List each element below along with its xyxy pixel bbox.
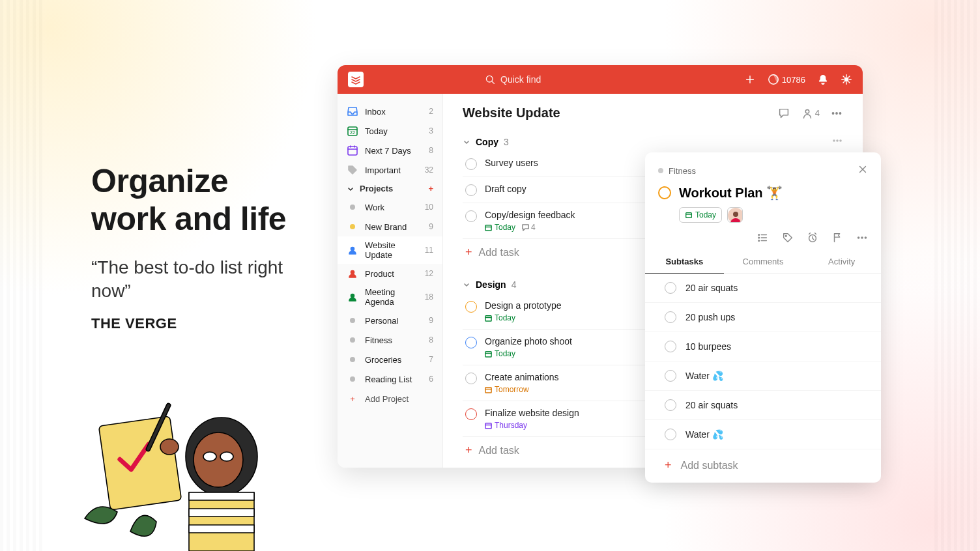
sidebar-item-inbox[interactable]: Inbox2 — [338, 102, 442, 121]
comments-icon[interactable] — [777, 107, 790, 120]
inbox-icon — [347, 106, 358, 117]
sidebar-project[interactable]: New Brand9 — [338, 217, 442, 236]
project-dot-icon — [350, 318, 355, 323]
svg-rect-32 — [485, 351, 491, 356]
calendar-icon — [685, 211, 693, 219]
projects-header[interactable]: Projects+ — [338, 180, 442, 197]
today-icon: 22 — [347, 125, 358, 137]
svg-point-2 — [194, 432, 243, 487]
svg-point-43 — [858, 237, 859, 238]
task-checkbox[interactable] — [465, 301, 477, 313]
tab-subtasks[interactable]: Subtasks — [645, 250, 724, 274]
svg-point-10 — [160, 439, 179, 455]
project-dot-icon — [658, 168, 663, 173]
subtask-checkbox[interactable] — [665, 370, 676, 382]
sidebar-item-today[interactable]: 22Today3 — [338, 121, 442, 141]
svg-rect-7 — [189, 509, 254, 516]
add-project-button[interactable]: +Add Project — [338, 389, 442, 408]
reminder-icon[interactable] — [807, 232, 818, 244]
close-icon[interactable] — [857, 164, 868, 177]
due-date: Today — [485, 313, 515, 322]
app-logo[interactable] — [348, 72, 364, 87]
task-checkbox[interactable] — [465, 184, 477, 196]
section-header[interactable]: Copy3 — [463, 132, 843, 151]
label-icon[interactable] — [782, 232, 794, 244]
sidebar-project[interactable]: Website Update11 — [338, 236, 442, 264]
bell-icon[interactable] — [817, 74, 829, 85]
assignee-avatar[interactable] — [727, 207, 743, 223]
card-project[interactable]: Fitness — [669, 166, 696, 176]
gear-icon[interactable] — [841, 74, 852, 85]
list-icon[interactable] — [757, 232, 769, 244]
karma-counter[interactable]: 10786 — [768, 74, 805, 85]
svg-point-24 — [833, 140, 835, 141]
add-icon[interactable] — [744, 74, 756, 85]
task-checkbox[interactable] — [465, 373, 477, 384]
subtask-checkbox[interactable] — [665, 311, 676, 323]
search-input[interactable] — [500, 74, 605, 85]
task-checkbox[interactable] — [465, 337, 477, 348]
subtask-checkbox[interactable] — [665, 429, 676, 440]
add-subtask-button[interactable]: + Add subtask — [645, 449, 881, 483]
subtask-checkbox[interactable] — [665, 282, 676, 294]
more-icon[interactable] — [830, 107, 843, 120]
svg-rect-5 — [189, 492, 254, 551]
search-icon — [485, 74, 495, 85]
subtask-row[interactable]: 20 push ups — [645, 303, 881, 332]
svg-point-19 — [351, 294, 354, 298]
sidebar-item-important[interactable]: Important32 — [338, 160, 442, 180]
sidebar-project[interactable]: Reading List6 — [338, 369, 442, 389]
karma-icon — [768, 74, 779, 85]
sidebar-project[interactable]: Meeting Agenda18 — [338, 283, 442, 311]
tab-activity[interactable]: Activity — [802, 250, 881, 273]
svg-rect-6 — [189, 492, 254, 500]
project-dot-icon — [350, 205, 355, 210]
svg-rect-16 — [348, 147, 357, 155]
subtask-row[interactable]: 20 air squats — [645, 274, 881, 303]
svg-point-37 — [733, 212, 738, 217]
svg-point-39 — [758, 237, 760, 238]
subtask-row[interactable]: Water 💦 — [645, 420, 881, 449]
more-icon[interactable] — [856, 232, 868, 244]
sidebar-project[interactable]: Groceries7 — [338, 350, 442, 369]
sidebar-item-next7[interactable]: Next 7 Days8 — [338, 141, 442, 160]
sidebar-project[interactable]: Fitness8 — [338, 330, 442, 350]
project-dot-icon — [350, 224, 355, 229]
due-date: Thursday — [485, 421, 527, 430]
svg-point-11 — [486, 76, 493, 82]
svg-point-13 — [844, 78, 848, 81]
comment-count: 4 — [522, 223, 536, 232]
task-checkbox[interactable] — [658, 186, 671, 199]
svg-rect-27 — [485, 225, 491, 230]
tab-comments[interactable]: Comments — [724, 250, 803, 273]
task-checkbox[interactable] — [465, 408, 477, 420]
hero-title: Organizework and life — [91, 163, 326, 238]
svg-point-38 — [758, 234, 760, 236]
due-date-tag[interactable]: Today — [679, 207, 722, 223]
chevron-down-icon — [463, 281, 470, 289]
svg-point-45 — [865, 237, 866, 238]
card-title[interactable]: Workout Plan 🏋️ — [679, 185, 783, 201]
sidebar-project[interactable]: Work10 — [338, 197, 442, 217]
task-checkbox[interactable] — [465, 210, 477, 222]
subtask-checkbox[interactable] — [665, 399, 676, 411]
svg-point-40 — [758, 240, 760, 242]
subtask-row[interactable]: Water 💦 — [645, 361, 881, 391]
more-icon[interactable] — [831, 135, 843, 148]
sidebar-project[interactable]: Personal9 — [338, 311, 442, 330]
flag-icon[interactable] — [831, 232, 843, 244]
chevron-down-icon — [463, 138, 470, 146]
subtask-checkbox[interactable] — [665, 341, 676, 352]
share-button[interactable]: 4 — [801, 107, 820, 120]
subtask-row[interactable]: 10 burpees — [645, 332, 881, 361]
svg-point-22 — [836, 112, 837, 113]
svg-point-44 — [861, 237, 863, 238]
add-project-icon[interactable]: + — [428, 184, 433, 193]
svg-point-17 — [351, 247, 354, 251]
search[interactable] — [485, 74, 605, 85]
subtask-row[interactable]: 20 air squats — [645, 391, 881, 420]
task-checkbox[interactable] — [465, 158, 477, 170]
sidebar-project[interactable]: Product12 — [338, 264, 442, 283]
sidebar: Inbox222Today3Next 7 Days8Important32Pro… — [338, 94, 443, 468]
svg-point-41 — [785, 235, 786, 236]
